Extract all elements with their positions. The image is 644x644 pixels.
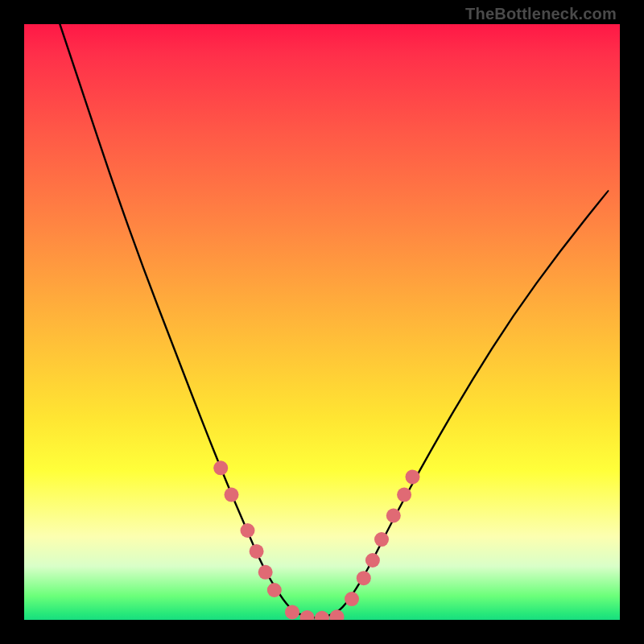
marker-dot <box>267 583 282 597</box>
marker-dot <box>300 610 315 620</box>
marker-dot <box>213 460 228 475</box>
marker-dot <box>258 565 273 580</box>
marker-dot <box>250 544 264 559</box>
marker-dot <box>386 509 401 523</box>
marker-dot <box>345 592 359 606</box>
watermark-text: TheBottleneck.com <box>465 5 617 23</box>
marker-dot <box>365 553 380 568</box>
highlight-dots <box>213 460 419 620</box>
marker-dot <box>374 532 389 547</box>
marker-dot <box>315 611 329 620</box>
marker-dot <box>357 571 371 585</box>
marker-dot <box>330 609 345 620</box>
chart-area <box>24 24 620 620</box>
chart-svg <box>24 24 620 620</box>
outer-frame: TheBottleneck.com <box>0 0 644 644</box>
bottleneck-curve <box>60 24 608 617</box>
marker-dot <box>285 605 299 619</box>
marker-dot <box>406 469 420 484</box>
marker-dot <box>397 488 411 502</box>
marker-dot <box>241 523 255 538</box>
marker-dot <box>225 488 239 502</box>
